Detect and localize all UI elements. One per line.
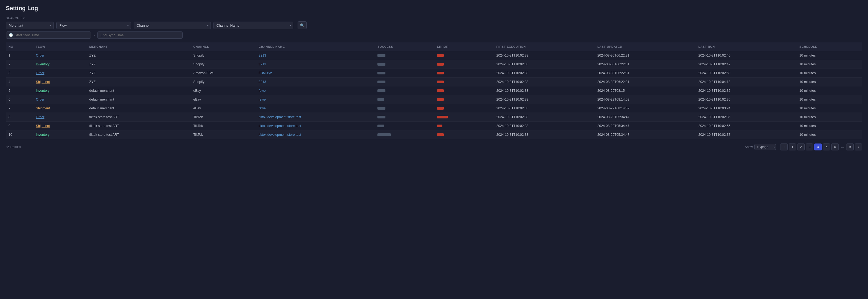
cell-flow: Order bbox=[33, 95, 87, 104]
start-date-wrapper: 🕐 bbox=[6, 31, 91, 39]
col-header-channel: CHANNEL bbox=[191, 43, 256, 51]
col-header-last-updated: LAST UPDATED bbox=[595, 43, 696, 51]
flow-link[interactable]: Shipment bbox=[36, 80, 50, 84]
cell-first-execution: 2024-10-31T10:02:33 bbox=[494, 51, 595, 60]
cell-channel: eBay bbox=[191, 95, 256, 104]
pagination-next[interactable]: › bbox=[855, 143, 862, 151]
pagination-page-9[interactable]: 9 bbox=[846, 143, 854, 151]
cell-channel-name: fewe bbox=[256, 86, 375, 95]
page-size-select[interactable]: 10/page20/page50/page100/page bbox=[754, 144, 776, 150]
flow-link[interactable]: Order bbox=[36, 115, 44, 119]
cell-schedule: 10 minutes bbox=[797, 130, 862, 139]
cell-merchant: tiktok store test ART bbox=[87, 121, 191, 130]
cell-error bbox=[434, 95, 494, 104]
success-bar-fill bbox=[377, 63, 385, 65]
error-bar-fill bbox=[437, 125, 442, 127]
success-bar bbox=[377, 107, 431, 110]
success-bar-fill bbox=[377, 133, 391, 136]
error-bar-fill bbox=[437, 98, 444, 101]
channel-name-link[interactable]: fewe bbox=[259, 98, 266, 101]
channel-select[interactable]: Channel bbox=[134, 22, 211, 29]
flow-select[interactable]: Flow bbox=[56, 22, 131, 29]
success-bar bbox=[377, 72, 431, 75]
col-header-error: ERROR bbox=[434, 43, 494, 51]
channel-name-link[interactable]: tiktok development store test bbox=[259, 124, 301, 128]
channel-name-link[interactable]: 3213 bbox=[259, 62, 266, 66]
channel-name-link[interactable]: 3213 bbox=[259, 80, 266, 84]
cell-last-run: 2024-10-31T10:04:13 bbox=[696, 78, 797, 86]
pagination-page-3[interactable]: 3 bbox=[806, 143, 813, 151]
cell-schedule: 10 minutes bbox=[797, 51, 862, 60]
table-row: 8 Order tiktok store test ART TikTok tik… bbox=[6, 113, 862, 121]
table-row: 9 Shipment tiktok store test ART TikTok … bbox=[6, 121, 862, 130]
error-bar-fill bbox=[437, 54, 444, 57]
cell-first-execution: 2024-10-31T10:02:33 bbox=[494, 78, 595, 86]
cell-first-execution: 2024-10-31T10:02:33 bbox=[494, 130, 595, 139]
cell-schedule: 10 minutes bbox=[797, 95, 862, 104]
cell-no: 1 bbox=[6, 51, 33, 60]
cell-error bbox=[434, 113, 494, 121]
cell-last-updated: 2024-08-29T08:14:59 bbox=[595, 95, 696, 104]
channel-name-link[interactable]: 3213 bbox=[259, 54, 266, 57]
success-bar bbox=[377, 54, 431, 57]
flow-link[interactable]: Shipment bbox=[36, 124, 50, 128]
cell-channel: eBay bbox=[191, 104, 256, 113]
error-bar bbox=[437, 63, 491, 65]
channel-name-link[interactable]: fewe bbox=[259, 89, 266, 92]
flow-link[interactable]: Order bbox=[36, 71, 44, 75]
end-sync-input[interactable] bbox=[100, 33, 180, 37]
pagination-page-1[interactable]: 1 bbox=[789, 143, 796, 151]
flow-link[interactable]: Inventory bbox=[36, 133, 50, 137]
footer-row: 86 Results Show 10/page20/page50/page100… bbox=[6, 142, 862, 152]
pagination-page-5[interactable]: 5 bbox=[823, 143, 830, 151]
error-bar-fill bbox=[437, 63, 444, 65]
cell-first-execution: 2024-10-31T10:02:33 bbox=[494, 86, 595, 95]
cell-first-execution: 2024-10-31T10:02:33 bbox=[494, 104, 595, 113]
cell-first-execution: 2024-10-31T10:02:33 bbox=[494, 113, 595, 121]
search-button[interactable]: 🔍 bbox=[298, 21, 307, 29]
success-bar-fill bbox=[377, 116, 385, 118]
flow-link[interactable]: Inventory bbox=[36, 62, 50, 66]
cell-channel: Amazon FBM bbox=[191, 69, 256, 78]
cell-merchant: ZYZ bbox=[87, 78, 191, 86]
cell-merchant: default merchant bbox=[87, 86, 191, 95]
pagination-page-4[interactable]: 4 bbox=[814, 143, 822, 151]
channel-name-link[interactable]: tiktok development store test bbox=[259, 133, 301, 137]
flow-link[interactable]: Order bbox=[36, 98, 44, 101]
error-bar bbox=[437, 54, 491, 57]
cell-flow: Order bbox=[33, 69, 87, 78]
cell-error bbox=[434, 104, 494, 113]
success-bar-fill bbox=[377, 72, 385, 75]
channel-name-select[interactable]: Channel Name bbox=[214, 22, 293, 29]
cell-merchant: ZYZ bbox=[87, 69, 191, 78]
flow-link[interactable]: Order bbox=[36, 54, 44, 57]
error-bar bbox=[437, 107, 491, 110]
cell-first-execution: 2024-10-31T10:02:33 bbox=[494, 69, 595, 78]
merchant-select[interactable]: Merchant bbox=[6, 22, 54, 29]
error-bar bbox=[437, 72, 491, 75]
error-bar-fill bbox=[437, 89, 444, 92]
error-bar bbox=[437, 125, 491, 127]
table-row: 3 Order ZYZ Amazon FBM FBM-zyz 2024-10-3… bbox=[6, 69, 862, 78]
cell-merchant: default merchant bbox=[87, 104, 191, 113]
channel-name-link[interactable]: tiktok development store test bbox=[259, 115, 301, 119]
search-row: Merchant ▾ Flow ▾ Channel ▾ Channel Name… bbox=[6, 21, 862, 29]
col-header-merchant: MERCHANT bbox=[87, 43, 191, 51]
cell-merchant: ZYZ bbox=[87, 60, 191, 69]
cell-no: 2 bbox=[6, 60, 33, 69]
flow-link[interactable]: Inventory bbox=[36, 89, 50, 92]
channel-name-link[interactable]: FBM-zyz bbox=[259, 71, 272, 75]
cell-channel: Shopify bbox=[191, 60, 256, 69]
pagination-prev[interactable]: ‹ bbox=[780, 143, 787, 151]
pagination-page-2[interactable]: 2 bbox=[797, 143, 805, 151]
pagination-ellipsis: ··· bbox=[840, 145, 845, 149]
start-sync-input[interactable] bbox=[14, 33, 88, 37]
cell-success bbox=[375, 51, 434, 60]
col-header-first-execution: FIRST EXECUTION bbox=[494, 43, 595, 51]
cell-flow: Shipment bbox=[33, 121, 87, 130]
pagination-page-6[interactable]: 6 bbox=[831, 143, 839, 151]
channel-name-link[interactable]: fewe bbox=[259, 106, 266, 110]
flow-link[interactable]: Shipment bbox=[36, 106, 50, 110]
cell-error bbox=[434, 60, 494, 69]
cell-schedule: 10 minutes bbox=[797, 113, 862, 121]
